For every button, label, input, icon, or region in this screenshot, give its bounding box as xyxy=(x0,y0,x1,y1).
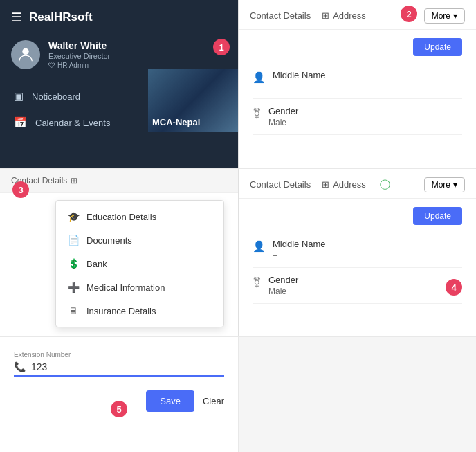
tab-address-bottom[interactable]: ⊞ Address xyxy=(322,179,366,197)
empty-panel xyxy=(238,336,476,452)
calendar-icon: 📅 xyxy=(14,116,27,129)
badge-3: 3 xyxy=(12,181,29,198)
user-role: Executive Director xyxy=(48,52,227,60)
extension-input[interactable] xyxy=(31,361,224,372)
avatar xyxy=(11,40,40,69)
contact-panel-bottom: Contact Details ⊞ Address ⓘ More ▾ Updat… xyxy=(238,168,476,336)
user-badge: 🛡 HR Admin xyxy=(48,62,227,69)
gender-icon: ⚧ xyxy=(253,107,262,120)
badge-5: 5 xyxy=(111,401,127,417)
menu-item-medical[interactable]: ➕ Medical Information xyxy=(56,275,223,299)
form-panel: Extension Number 📞 Save Clear 5 xyxy=(0,336,238,452)
sidebar-panel: ☰ RealHRsoft Walter White Executive Dire… xyxy=(0,0,238,168)
education-icon: 🎓 xyxy=(67,211,80,222)
menu-item-documents[interactable]: 📄 Documents xyxy=(56,228,223,252)
sidebar-item-label: Noticeboard xyxy=(32,91,80,102)
contact-tabs-top: Contact Details ⊞ Address More ▾ 2 xyxy=(239,0,476,30)
person-icon: 👤 xyxy=(253,71,266,84)
address-icon: ⊞ xyxy=(322,10,329,21)
person-icon-bottom: 👤 xyxy=(253,240,266,253)
contact-panel-top: Contact Details ⊞ Address More ▾ 2 Updat… xyxy=(238,0,476,168)
clear-button[interactable]: Clear xyxy=(203,396,224,406)
mca-banner: MCA-Nepal xyxy=(148,69,238,132)
chevron-down-icon: ▾ xyxy=(453,11,457,21)
menu-panel: Contact Details ⊞ 3 🎓 Education Details … xyxy=(0,168,238,336)
menu-item-education[interactable]: 🎓 Education Details xyxy=(56,205,223,228)
extension-input-wrap: 📞 xyxy=(14,361,224,377)
update-button-top[interactable]: Update xyxy=(413,38,462,56)
user-info: Walter White Executive Director 🛡 HR Adm… xyxy=(48,40,227,69)
shield-icon: 🛡 xyxy=(48,62,55,69)
tab-contact-details-bottom[interactable]: Contact Details xyxy=(250,179,311,197)
gender-icon-bottom: ⚧ xyxy=(253,276,262,289)
more-button-bottom[interactable]: More ▾ xyxy=(424,177,465,192)
more-button-top[interactable]: More ▾ xyxy=(424,8,465,24)
medical-icon: ➕ xyxy=(67,282,80,293)
dropdown-menu: 🎓 Education Details 📄 Documents 💲 Bank ➕… xyxy=(55,200,224,327)
noticeboard-icon: ▣ xyxy=(14,90,24,102)
contact-tabs-bottom: Contact Details ⊞ Address ⓘ More ▾ xyxy=(239,169,476,199)
field-middle-name-top: 👤 Middle Name – xyxy=(253,63,462,99)
badge-1: 1 xyxy=(213,39,230,55)
sidebar-header: ☰ RealHRsoft xyxy=(0,0,238,35)
phone-icon: 📞 xyxy=(14,361,26,372)
bank-icon: 💲 xyxy=(67,258,80,269)
update-button-bottom[interactable]: Update xyxy=(413,207,462,225)
sidebar-item-label: Calendar & Events xyxy=(35,118,110,128)
info-icon: ⓘ xyxy=(380,179,390,192)
contact-body-bottom: Update 👤 Middle Name – ⚧ Gender Male 4 xyxy=(239,199,476,312)
menu-item-bank[interactable]: 💲 Bank xyxy=(56,252,223,275)
field-middle-name-bottom: 👤 Middle Name – xyxy=(253,232,462,268)
insurance-icon: 🖥 xyxy=(67,305,80,316)
menu-item-insurance[interactable]: 🖥 Insurance Details xyxy=(56,299,223,323)
badge-2: 2 xyxy=(401,6,417,22)
chevron-down-icon: ▾ xyxy=(453,180,457,190)
badge-4: 4 xyxy=(446,279,462,296)
svg-point-0 xyxy=(22,48,28,55)
hamburger-icon[interactable]: ☰ xyxy=(11,10,22,25)
address-icon-bottom: ⊞ xyxy=(322,179,329,190)
save-button[interactable]: Save xyxy=(146,390,194,412)
field-gender-top: ⚧ Gender Male xyxy=(253,99,462,135)
menu-bg-bar: Contact Details ⊞ xyxy=(0,169,238,193)
contact-body-top: Update 👤 Middle Name – ⚧ Gender Male xyxy=(239,30,476,143)
mca-label: MCA-Nepal xyxy=(152,117,200,127)
extension-label: Extension Number xyxy=(14,351,224,359)
field-gender-bottom: ⚧ Gender Male xyxy=(253,268,462,304)
brand-name: RealHRsoft xyxy=(29,10,93,24)
tab-contact-details[interactable]: Contact Details xyxy=(250,10,311,28)
address-icon-small: ⊞ xyxy=(71,176,77,186)
user-name: Walter White xyxy=(48,40,227,51)
documents-icon: 📄 xyxy=(67,235,80,246)
tab-address[interactable]: ⊞ Address xyxy=(322,10,366,28)
user-profile: Walter White Executive Director 🛡 HR Adm… xyxy=(0,35,238,78)
